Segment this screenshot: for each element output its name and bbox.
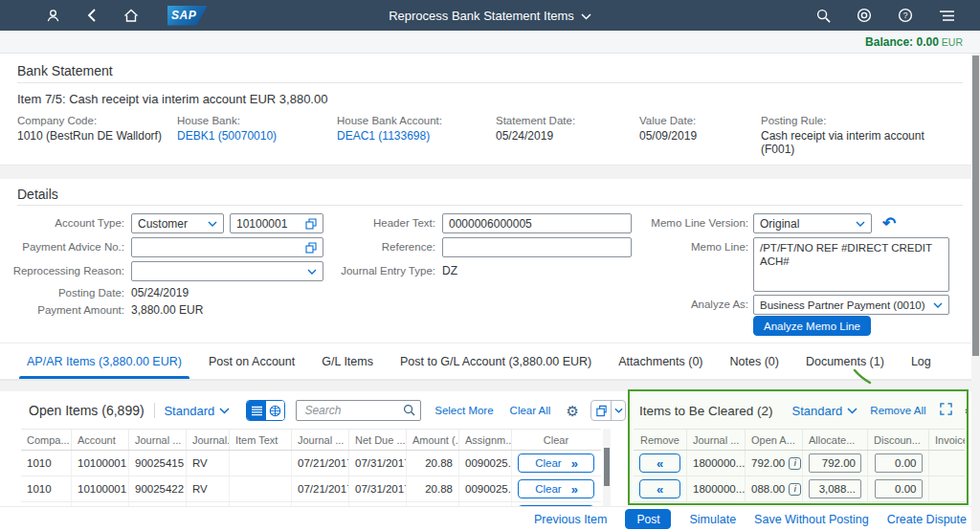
items-table-header: Remove Journal ... Open A... Allocate...… <box>634 429 965 451</box>
house-bank-link[interactable]: DEBK1 (50070010) <box>177 129 321 143</box>
remove-all-link[interactable]: Remove All <box>870 405 925 416</box>
tab-apar-items[interactable]: AP/AR Items (3,880.00 EUR) <box>13 343 195 379</box>
save-without-posting-button[interactable]: Save Without Posting <box>754 513 869 526</box>
cleared-item-row: « 1800000... 088.00 3,088... 0.00 <box>634 476 965 502</box>
simulate-button[interactable]: Simulate <box>689 513 736 526</box>
col-amount[interactable]: Amount (... <box>407 430 459 450</box>
tab-post-to-gl-account[interactable]: Post to G/L Account (3,880.00 EUR) <box>387 343 605 379</box>
export-button[interactable] <box>591 401 612 420</box>
analyze-memo-line-button[interactable]: Analyze Memo Line <box>753 316 871 336</box>
col-open-amount[interactable]: Open A... <box>746 430 803 450</box>
balance-bar: Balance: 0.00EUR <box>0 31 980 54</box>
back-icon[interactable] <box>83 7 100 24</box>
open-items-title: Open Items (6,899) <box>29 403 145 418</box>
copilot-icon[interactable] <box>856 7 873 24</box>
open-items-scrollbar[interactable] <box>603 429 611 506</box>
bank-statement-section: Bank Statement Item 7/5: Cash receipt vi… <box>0 54 980 165</box>
allocated-amount-input[interactable]: 792.00 <box>809 454 861 473</box>
tab-post-on-account[interactable]: Post on Account <box>195 343 308 379</box>
col-assignment[interactable]: Assignm... <box>459 430 512 450</box>
remove-item-button[interactable]: « <box>639 454 680 473</box>
details-title: Details <box>17 187 58 202</box>
undo-icon[interactable] <box>882 215 896 232</box>
discount-input[interactable]: 0.00 <box>875 479 923 498</box>
open-items-view-select[interactable]: Standard <box>164 404 230 418</box>
tab-log[interactable]: Log <box>898 343 945 379</box>
select-more-link[interactable]: Select More <box>434 405 493 416</box>
info-icon[interactable] <box>789 483 801 496</box>
search-icon[interactable] <box>814 7 832 24</box>
page-title: Reprocess Bank Statement Items <box>389 9 574 23</box>
chevron-down-icon <box>933 302 943 308</box>
journal-entry-link[interactable]: 1800000... <box>687 451 746 476</box>
chevron-down-icon <box>208 221 217 227</box>
open-items-panel: Open Items (6,899) Standard Select More … <box>17 391 626 506</box>
clear-item-button[interactable]: Clear» <box>518 454 594 473</box>
payment-amount-value: 3,880.00 EUR <box>131 300 203 321</box>
analyze-as-select[interactable]: Business Partner Payment (0010) <box>753 295 949 315</box>
col-invoice[interactable]: Invoice ... <box>929 430 965 450</box>
col-clear[interactable]: Clear <box>512 430 600 450</box>
memo-line-version-select[interactable]: Original <box>753 213 872 233</box>
globe-icon <box>269 405 281 417</box>
notifications-list-icon[interactable] <box>938 7 955 24</box>
items-view-select[interactable]: Standard <box>792 404 858 418</box>
previous-item-button[interactable]: Previous Item <box>534 513 607 526</box>
col-journal-type[interactable]: Journal... <box>187 430 230 450</box>
memo-line-textarea[interactable]: /PT/FT/NO REF #DIRECT CREDIT ACH# <box>753 237 949 292</box>
field-posting-rule: Posting Rule: Cash receipt via interim a… <box>761 115 933 156</box>
payment-advice-input[interactable] <box>131 237 323 257</box>
reprocessing-reason-select[interactable] <box>131 261 323 281</box>
tab-gl-items[interactable]: G/L Items <box>308 343 387 379</box>
remove-item-button[interactable]: « <box>639 479 680 498</box>
info-icon[interactable] <box>789 457 801 470</box>
col-company[interactable]: Compa... <box>21 430 72 450</box>
help-icon[interactable]: ? <box>897 7 914 24</box>
clear-item-button[interactable]: Clear» <box>518 479 594 498</box>
reference-input[interactable] <box>442 237 632 257</box>
page-scrollbar[interactable] <box>971 54 980 531</box>
expand-fullscreen-icon[interactable] <box>940 403 952 418</box>
col-allocated[interactable]: Allocate... <box>803 430 868 450</box>
user-icon[interactable] <box>44 7 61 24</box>
journal-entry-link[interactable]: 90025415 <box>129 451 187 476</box>
col-item-text[interactable]: Item Text <box>230 430 292 450</box>
double-chevron-left-icon: « <box>657 482 663 497</box>
col-net-due[interactable]: Net Due ... <box>349 430 407 450</box>
col-journal-date[interactable]: Journal ... <box>292 430 349 450</box>
export-menu-chevron[interactable] <box>612 401 625 420</box>
scrollbar-thumb[interactable] <box>972 55 979 356</box>
col-remove[interactable]: Remove <box>634 430 687 450</box>
header-text-input[interactable]: 0000006000005 <box>442 213 632 233</box>
field-house-bank: House Bank: DEBK1 (50070010) <box>177 115 321 143</box>
post-button[interactable]: Post <box>625 509 671 529</box>
house-bank-account-link[interactable]: DEAC1 (1133698) <box>337 129 480 143</box>
discount-input[interactable]: 0.00 <box>875 454 923 473</box>
export-icon <box>595 405 608 417</box>
create-dispute-button[interactable]: Create Dispute <box>887 513 967 526</box>
title-chevron-down-icon[interactable] <box>581 9 591 23</box>
settings-gear-icon[interactable] <box>566 404 578 418</box>
tab-documents[interactable]: Documents (1) <box>792 343 898 379</box>
account-type-select[interactable]: Customer <box>131 213 224 233</box>
account-number-input[interactable]: 10100001 <box>230 213 323 233</box>
journal-entry-link[interactable]: 1800000... <box>687 476 746 501</box>
col-journal[interactable]: Journal ... <box>129 430 187 450</box>
col-discount[interactable]: Discoun... <box>868 430 929 450</box>
reference-label: Reference: <box>311 237 435 257</box>
items-to-be-cleared-title: Items to Be Cleared (2) <box>639 404 773 418</box>
allocated-amount-input[interactable]: 3,088... <box>809 479 861 498</box>
journal-entry-type-value: DZ <box>442 261 457 281</box>
journal-entry-link[interactable]: 90025422 <box>129 476 187 501</box>
clear-all-link[interactable]: Clear All <box>510 405 551 416</box>
currency-view-toggle[interactable] <box>266 401 285 420</box>
tab-notes[interactable]: Notes (0) <box>717 343 792 379</box>
settings-gear-icon[interactable] <box>965 404 968 418</box>
search-icon[interactable] <box>403 404 415 416</box>
shell-header: SAP Reprocess Bank Statement Items ? <box>0 0 980 31</box>
tab-attachments[interactable]: Attachments (0) <box>605 343 716 379</box>
col-account[interactable]: Account <box>72 430 129 450</box>
col-journal[interactable]: Journal ... <box>687 430 746 450</box>
list-view-toggle[interactable] <box>247 401 266 420</box>
home-icon[interactable] <box>122 7 140 24</box>
